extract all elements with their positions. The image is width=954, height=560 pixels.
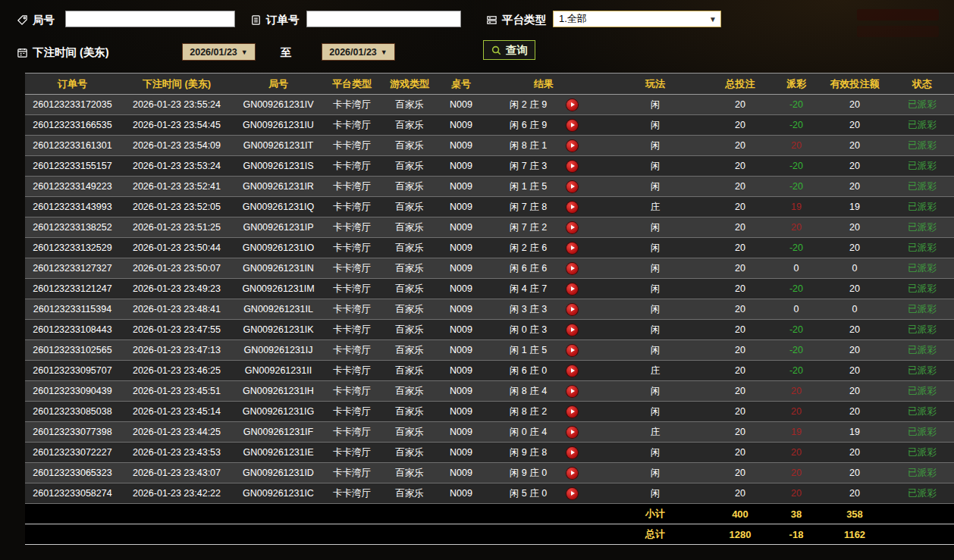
payout-value: -20 [774,320,819,340]
status-badge: 已派彩 [890,320,954,340]
valid-bet: 20 [819,156,890,177]
game-type: 百家乐 [381,361,438,381]
status-badge: 已派彩 [890,299,954,320]
replay-video-icon[interactable] [566,263,578,274]
table-number: N009 [438,422,484,443]
total-bet: 20 [707,258,774,279]
chevron-down-icon: ▼ [241,48,248,56]
replay-video-icon[interactable] [566,365,578,377]
replay-video-icon[interactable] [566,427,578,438]
result-cell: 闲 2 庄 6 [484,238,604,258]
order-id: 260123233077398 [25,422,120,443]
table-number: N009 [438,483,484,504]
round-id: GN009261231IO [234,238,323,258]
total-bet: 20 [707,443,774,463]
valid-bet: 20 [819,340,890,361]
replay-video-icon[interactable] [566,222,578,233]
total-bet: 20 [707,177,774,197]
valid-bet: 20 [819,177,890,197]
platform-type: 卡卡湾厅 [323,422,381,443]
replay-video-icon[interactable] [566,161,578,172]
replay-video-icon[interactable] [566,324,578,336]
subtotal-label: 小计 [604,504,707,524]
replay-video-icon[interactable] [566,242,578,254]
payout-value: -20 [774,340,819,361]
platform-filter-group: 平台类型 [486,13,546,27]
replay-video-icon[interactable] [566,386,578,397]
total-valid-bet: 1162 [819,524,890,545]
game-type: 百家乐 [381,156,438,177]
replay-video-icon[interactable] [566,304,578,315]
platform-type: 卡卡湾厅 [323,340,381,361]
date-to-picker[interactable]: 2026/01/23 ▼ [322,43,395,61]
replay-video-icon[interactable] [566,140,578,152]
search-icon [491,45,502,56]
round-id: GN009261231IR [234,177,323,197]
col-header-round-id: 局号 [234,74,323,95]
query-button[interactable]: 查询 [483,40,535,60]
replay-video-icon[interactable] [566,99,578,111]
result-text: 闲 6 庄 0 [510,365,547,376]
order-id: 260123233115394 [25,299,120,320]
payout-value: 20 [774,217,819,238]
order-id: 260123233121247 [25,279,120,299]
replay-video-icon[interactable] [566,488,578,499]
round-input[interactable] [65,11,235,27]
game-type: 百家乐 [381,483,438,504]
replay-video-icon[interactable] [566,345,578,356]
table-number: N009 [438,299,484,320]
status-badge: 已派彩 [890,443,954,463]
result-cell: 闲 1 庄 5 [484,177,604,197]
result-text: 闲 4 庄 7 [510,283,547,294]
total-label: 总计 [604,524,707,545]
play-type: 闲 [604,483,707,504]
table-number: N009 [438,217,484,238]
total-bet: 20 [707,197,774,217]
total-payout: -18 [774,524,819,545]
replay-video-icon[interactable] [566,468,578,479]
table-row: 260123233108443 2026-01-23 23:47:55 GN00… [25,320,954,340]
order-id: 260123233138252 [25,217,120,238]
date-from-picker[interactable]: 2026/01/23 ▼ [182,43,256,61]
table-row: 260123233072227 2026-01-23 23:43:53 GN00… [25,443,954,463]
order-id: 260123233072227 [25,443,120,463]
platform-type: 卡卡湾厅 [323,197,381,217]
bet-time: 2026-01-23 23:53:24 [120,156,234,177]
game-type: 百家乐 [381,320,438,340]
bet-time-filter-group: 下注时间 (美东) [17,45,109,60]
play-type: 庄 [604,361,707,381]
replay-video-icon[interactable] [566,202,578,213]
replay-video-icon[interactable] [566,283,578,295]
platform-type: 卡卡湾厅 [323,279,381,299]
payout-value: -20 [774,177,819,197]
platform-select[interactable]: 1.全部 ▼ [553,11,721,27]
bet-time: 2026-01-23 23:50:44 [120,238,234,258]
valid-bet: 20 [819,402,890,422]
platform-type: 卡卡湾厅 [323,299,381,320]
bet-records-table: 订单号 下注时间 (美东) 局号 平台类型 游戏类型 桌号 结果 玩法 总投注 … [25,73,954,545]
status-badge: 已派彩 [890,197,954,217]
play-type: 庄 [604,422,707,443]
replay-video-icon[interactable] [566,120,578,131]
order-id: 260123233095707 [25,361,120,381]
order-id: 260123233132529 [25,238,120,258]
order-input[interactable] [306,11,461,27]
game-type: 百家乐 [381,340,438,361]
replay-video-icon[interactable] [566,406,578,418]
table-number: N009 [438,402,484,422]
round-id: GN009261231IH [234,381,323,402]
result-text: 闲 9 庄 8 [510,447,547,458]
platform-type: 卡卡湾厅 [323,238,381,258]
payout-value: -20 [774,95,819,115]
play-type: 闲 [604,115,707,136]
table-number: N009 [438,136,484,156]
replay-video-icon[interactable] [566,181,578,192]
play-type: 闲 [604,381,707,402]
subtotal-payout: 38 [774,504,819,524]
platform-type: 卡卡湾厅 [323,136,381,156]
replay-video-icon[interactable] [566,447,578,458]
round-id: GN009261231IV [234,95,323,115]
result-text: 闲 2 庄 9 [510,99,547,110]
payout-value: -20 [774,279,819,299]
table-body: 260123233172035 2026-01-23 23:55:24 GN00… [25,95,954,504]
